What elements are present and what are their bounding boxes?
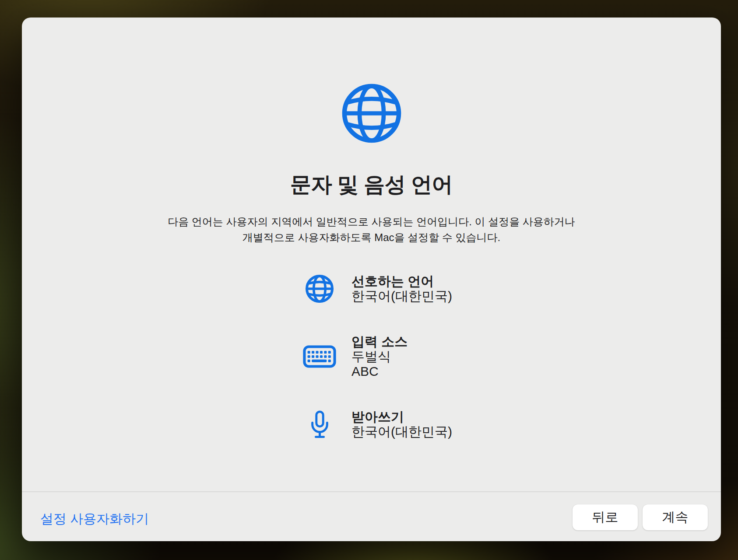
microphone-icon xyxy=(303,410,336,439)
dictation-label: 받아쓰기 xyxy=(351,410,452,424)
preferred-language-row: 선호하는 언어 한국어(대한민국) xyxy=(303,274,452,304)
preferred-language-value: 한국어(대한민국) xyxy=(351,289,452,304)
globe-icon xyxy=(303,274,336,303)
input-source-value-2: ABC xyxy=(351,364,408,379)
setup-assistant-dialog: 문자 및 음성 언어 다음 언어는 사용자의 지역에서 일반적으로 사용되는 언… xyxy=(22,18,721,541)
preferred-language-label: 선호하는 언어 xyxy=(351,274,452,289)
page-description-line1: 다음 언어는 사용자의 지역에서 일반적으로 사용되는 언어입니다. 이 설정을… xyxy=(22,214,721,230)
globe-icon xyxy=(341,83,402,144)
dictation-row: 받아쓰기 한국어(대한민국) xyxy=(303,410,452,439)
dictation-text: 받아쓰기 한국어(대한민국) xyxy=(351,410,452,439)
keyboard-icon xyxy=(303,345,336,368)
preferred-language-text: 선호하는 언어 한국어(대한민국) xyxy=(351,274,452,304)
input-source-text: 입력 소스 두벌식 ABC xyxy=(351,334,408,379)
page-description: 다음 언어는 사용자의 지역에서 일반적으로 사용되는 언어입니다. 이 설정을… xyxy=(22,214,721,245)
input-source-value-1: 두벌식 xyxy=(351,349,408,364)
input-source-label: 입력 소스 xyxy=(351,334,408,349)
back-button[interactable]: 뒤로 xyxy=(573,504,638,530)
input-source-row: 입력 소스 두벌식 ABC xyxy=(303,334,408,379)
dictation-value: 한국어(대한민국) xyxy=(351,424,452,439)
page-title: 문자 및 음성 언어 xyxy=(22,171,721,199)
continue-button[interactable]: 계속 xyxy=(643,504,708,530)
page-description-line2: 개별적으로 사용자화하도록 Mac을 설정할 수 있습니다. xyxy=(22,230,721,245)
customize-settings-link[interactable]: 설정 사용자화하기 xyxy=(40,510,149,528)
footer-divider xyxy=(22,491,721,492)
